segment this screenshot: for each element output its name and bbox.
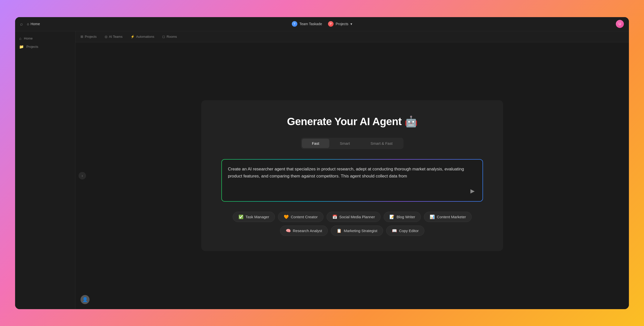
- blog-writer-icon: 📝: [389, 214, 394, 219]
- sub-nav: ⊞ Projects ◎ AI Teams ⚡ Automations ◻ Ro…: [75, 31, 629, 42]
- chip-content-creator[interactable]: 🧡 Content Creator: [278, 212, 324, 222]
- subnav-rooms[interactable]: ◻ Rooms: [162, 35, 177, 39]
- subnav-projects[interactable]: ⊞ Projects: [80, 35, 97, 39]
- tab-fast-label: Fast: [312, 141, 319, 146]
- page-title: Generate Your AI Agent 🤖: [287, 115, 417, 128]
- chip-task-manager-label: Task Manager: [246, 215, 269, 219]
- team-tab-label: Team Taskade: [299, 22, 322, 26]
- chip-marketing-strategist[interactable]: 📋 Marketing Strategist: [331, 226, 383, 236]
- sidebar-item-home[interactable]: ⌂ Home: [15, 34, 75, 43]
- mode-tabs: Fast Smart Smart & Fast: [301, 138, 404, 149]
- subnav-projects-label: Projects: [85, 35, 97, 39]
- sub-content: ‹ Generate Your AI Agent 🤖 Fast Smart: [75, 42, 629, 309]
- chip-research-analyst-label: Research Analyst: [293, 229, 322, 233]
- content-marketer-icon: 📊: [430, 214, 435, 219]
- sidebar-projects-label: Projects: [26, 45, 38, 49]
- copy-editor-icon: 📖: [392, 228, 397, 233]
- titlebar-center: T Team Taskade P Projects ▾: [96, 21, 548, 27]
- chip-task-manager[interactable]: ✅ Task Manager: [233, 212, 275, 222]
- chip-content-creator-label: Content Creator: [291, 215, 318, 219]
- chip-blog-writer-label: Blog Writer: [396, 215, 415, 219]
- tab-fast[interactable]: Fast: [302, 139, 329, 148]
- chip-content-marketer-label: Content Marketer: [437, 215, 466, 219]
- chip-content-marketer[interactable]: 📊 Content Marketer: [424, 212, 472, 222]
- research-analyst-icon: 🧠: [286, 228, 291, 233]
- agent-generator-modal: Generate Your AI Agent 🤖 Fast Smart Smar…: [201, 100, 503, 251]
- subnav-automations[interactable]: ⚡ Automations: [131, 35, 154, 39]
- sidebar-home-label: Home: [24, 37, 33, 40]
- team-tab[interactable]: T Team Taskade: [292, 21, 322, 27]
- titlebar-left: ⌕ ⌂ Home: [20, 21, 96, 27]
- prompt-input[interactable]: Create an AI researcher agent that speci…: [228, 166, 468, 194]
- user-avatar[interactable]: U: [616, 20, 624, 28]
- suggestions-row-1: ✅ Task Manager 🧡 Content Creator 📅 Socia…: [233, 212, 472, 222]
- team-avatar: T: [292, 21, 297, 27]
- sidebar-item-projects[interactable]: 📁 Projects: [15, 43, 75, 51]
- main-content: ⊞ Projects ◎ AI Teams ⚡ Automations ◻ Ro…: [75, 31, 629, 309]
- subnav-projects-icon: ⊞: [80, 35, 83, 39]
- subnav-automations-label: Automations: [136, 35, 154, 39]
- tab-smart-label: Smart: [340, 141, 350, 146]
- home-nav[interactable]: ⌂ Home: [27, 22, 40, 26]
- chip-copy-editor[interactable]: 📖 Copy Editor: [386, 226, 424, 236]
- chip-blog-writer[interactable]: 📝 Blog Writer: [384, 212, 421, 222]
- chip-social-media-planner-label: Social Media Planner: [339, 215, 375, 219]
- bottom-user-icon[interactable]: 👤: [80, 295, 90, 304]
- projects-icon: 📁: [19, 45, 24, 49]
- chip-research-analyst[interactable]: 🧠 Research Analyst: [280, 226, 328, 236]
- textarea-inner: Create an AI researcher agent that speci…: [222, 160, 482, 201]
- social-media-planner-icon: 📅: [332, 214, 337, 219]
- projects-tab-label: Projects: [336, 22, 348, 26]
- send-button[interactable]: ▶: [467, 186, 478, 197]
- search-icon[interactable]: ⌕: [20, 21, 23, 27]
- chevron-down-icon: ▾: [350, 22, 352, 26]
- app-window: ⌕ ⌂ Home T Team Taskade P Projects ▾ U: [15, 17, 629, 309]
- home-icon: ⌂: [19, 36, 21, 41]
- sidebar: ⌂ Home 📁 Projects: [15, 31, 75, 309]
- chip-social-media-planner[interactable]: 📅 Social Media Planner: [327, 212, 381, 222]
- tab-smart[interactable]: Smart: [330, 139, 360, 148]
- subnav-ai-teams-label: AI Teams: [109, 35, 123, 39]
- projects-avatar: P: [328, 21, 334, 27]
- chip-marketing-strategist-label: Marketing Strategist: [344, 229, 377, 233]
- textarea-wrapper: Create an AI researcher agent that speci…: [221, 159, 483, 201]
- subnav-ai-teams-icon: ◎: [105, 35, 107, 39]
- home-label: Home: [30, 22, 40, 26]
- home-icon: ⌂: [27, 22, 29, 26]
- content-area: ⌂ Home 📁 Projects ⊞ Projects ◎ AI Teams: [15, 31, 629, 309]
- marketing-strategist-icon: 📋: [337, 228, 342, 233]
- titlebar-right: U: [548, 20, 624, 28]
- collapse-sidebar-button[interactable]: ‹: [78, 172, 86, 179]
- titlebar: ⌕ ⌂ Home T Team Taskade P Projects ▾ U: [15, 17, 629, 31]
- task-manager-icon: ✅: [238, 214, 244, 219]
- tab-smart-fast-label: Smart & Fast: [371, 141, 393, 146]
- subnav-rooms-label: Rooms: [167, 35, 177, 39]
- suggestions-row-2: 🧠 Research Analyst 📋 Marketing Strategis…: [280, 226, 425, 236]
- prompt-container: Create an AI researcher agent that speci…: [221, 159, 483, 201]
- subnav-rooms-icon: ◻: [162, 35, 165, 39]
- projects-tab[interactable]: P Projects ▾: [328, 21, 352, 27]
- subnav-automations-icon: ⚡: [131, 35, 135, 39]
- content-creator-icon: 🧡: [284, 214, 289, 219]
- chip-copy-editor-label: Copy Editor: [399, 229, 419, 233]
- tab-smart-fast[interactable]: Smart & Fast: [360, 139, 403, 148]
- suggestions: ✅ Task Manager 🧡 Content Creator 📅 Socia…: [221, 212, 483, 236]
- send-icon: ▶: [470, 188, 475, 194]
- subnav-ai-teams[interactable]: ◎ AI Teams: [105, 35, 123, 39]
